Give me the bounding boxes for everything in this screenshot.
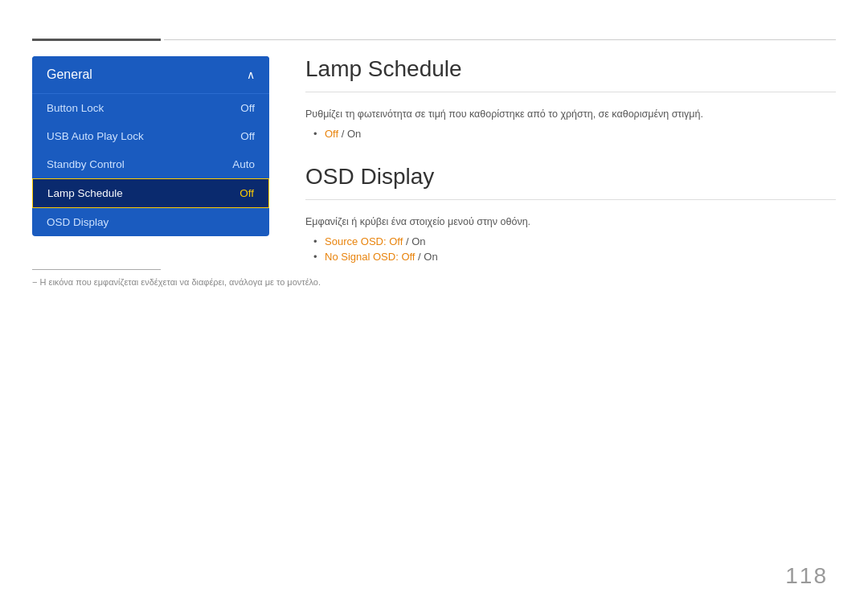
footnote-divider — [32, 269, 161, 270]
sidebar: General ∧ Button Lock Off USB Auto Play … — [32, 56, 269, 236]
sidebar-item-value-standby: Auto — [232, 158, 255, 170]
osd-display-divider — [305, 199, 836, 200]
sidebar-item-standby-control[interactable]: Standby Control Auto — [32, 150, 269, 178]
lamp-schedule-description: Ρυθμίζει τη φωτεινότητα σε τιμή που καθο… — [305, 108, 836, 120]
sidebar-item-lamp-schedule[interactable]: Lamp Schedule Off — [32, 178, 269, 208]
sidebar-item-value-button-lock: Off — [240, 102, 255, 114]
top-bar — [32, 39, 836, 40]
sidebar-item-label-standby: Standby Control — [47, 158, 125, 170]
lamp-schedule-title: Lamp Schedule — [305, 56, 836, 82]
lamp-schedule-on: / On — [342, 128, 362, 140]
sidebar-item-osd-display[interactable]: OSD Display — [32, 208, 269, 236]
osd-display-bullets: Source OSD: Off / On No Signal OSD: Off … — [305, 235, 836, 263]
sidebar-header-title: General — [47, 67, 92, 82]
source-osd-on: / On — [403, 235, 425, 247]
sidebar-item-label-usb-auto: USB Auto Play Lock — [47, 130, 144, 142]
no-signal-osd-on: / On — [415, 251, 437, 263]
sidebar-item-label-lamp: Lamp Schedule — [47, 187, 123, 199]
source-osd-off: Off — [389, 235, 403, 247]
no-signal-osd-label: No Signal OSD: — [325, 251, 401, 263]
osd-display-bullet-source: Source OSD: Off / On — [313, 235, 836, 247]
lamp-schedule-divider — [305, 92, 836, 92]
sidebar-item-button-lock[interactable]: Button Lock Off — [32, 94, 269, 122]
osd-display-bullet-nosignal: No Signal OSD: Off / On — [313, 251, 836, 263]
osd-display-description: Εμφανίζει ή κρύβει ένα στοιχείο μενού στ… — [305, 216, 836, 227]
source-osd-label: Source OSD: — [325, 235, 389, 247]
sidebar-item-value-usb-auto: Off — [240, 130, 255, 142]
page-number: 118 — [785, 563, 828, 589]
no-signal-osd-off: Off — [401, 251, 415, 263]
lamp-schedule-bullet-1: Off / On — [313, 128, 836, 140]
lamp-schedule-bullets: Off / On — [305, 128, 836, 140]
top-bar-light — [164, 39, 836, 40]
top-bar-dark — [32, 39, 161, 41]
sidebar-item-label-button-lock: Button Lock — [47, 102, 104, 114]
sidebar-item-usb-auto-play-lock[interactable]: USB Auto Play Lock Off — [32, 122, 269, 150]
lamp-schedule-off: Off — [325, 128, 338, 140]
sidebar-item-label-osd: OSD Display — [47, 216, 108, 228]
sidebar-item-value-lamp: Off — [240, 187, 254, 199]
sidebar-collapse-icon[interactable]: ∧ — [247, 68, 255, 81]
sidebar-header: General ∧ — [32, 56, 269, 94]
osd-display-title: OSD Display — [305, 164, 836, 190]
content-area: Lamp Schedule Ρυθμίζει τη φωτεινότητα σε… — [305, 56, 836, 287]
footnote: − Η εικόνα που εμφανίζεται ενδέχεται να … — [32, 277, 321, 287]
